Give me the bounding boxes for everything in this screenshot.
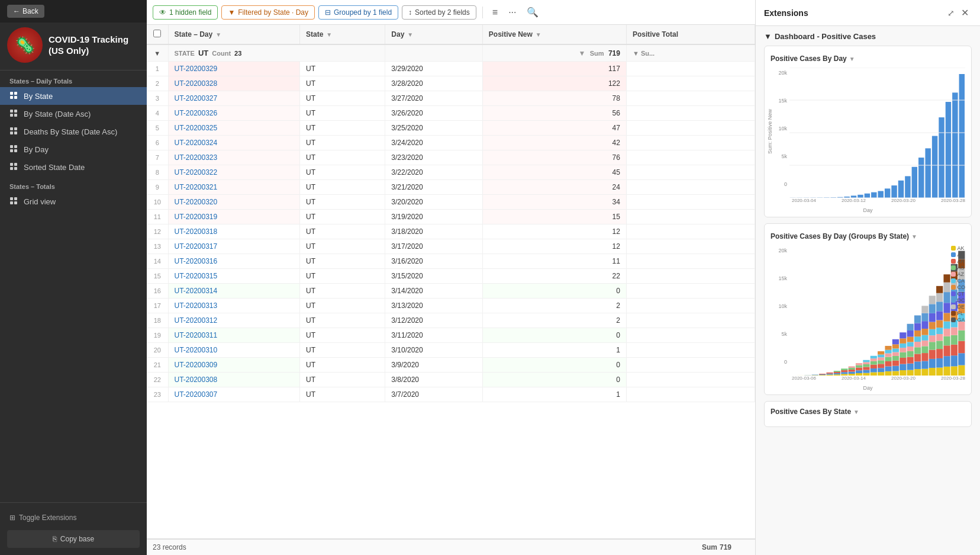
app-title: COVID-19 Tracking (US Only) <box>49 34 140 57</box>
group-toggle-cell[interactable]: ▼ <box>147 44 168 62</box>
dashboard-title[interactable]: ▼ Dashboard - Positive Cases <box>764 32 972 41</box>
table-row: 11 UT-20200319 UT 3/19/2020 15 <box>147 210 755 224</box>
positive-new-cell: 42 <box>482 136 626 150</box>
legend-item-co: CO <box>951 284 966 290</box>
chart2-bar <box>936 320 943 328</box>
chart2-bar <box>826 373 833 374</box>
toggle-extensions-icon: ⊞ <box>9 514 15 522</box>
filter-button[interactable]: ▼ Filtered by State · Day <box>221 5 315 20</box>
table-row: 3 UT-20200327 UT 3/27/2020 78 <box>147 91 755 106</box>
positive-total-cell <box>626 121 755 136</box>
expand-button[interactable]: ⤢ <box>947 6 955 20</box>
chart2-bar <box>871 372 877 376</box>
sidebar-item-grid-view[interactable]: Grid view <box>0 193 147 210</box>
legend-label: AK <box>958 245 965 251</box>
chart2-bar <box>878 351 884 355</box>
state-day-cell: UT-20200311 <box>168 328 300 343</box>
sidebar-item-by-day[interactable]: By Day <box>0 140 147 158</box>
chart2-bar <box>921 335 928 341</box>
x2-label-start: 2020-03-06 <box>792 376 816 384</box>
chart2-bar <box>929 313 936 322</box>
chart2-bar <box>856 370 862 373</box>
legend-label: CT <box>958 291 965 297</box>
y-tick-1: 0 <box>771 181 787 187</box>
x2-label-mid2: 2020-03-20 <box>891 376 915 384</box>
positive-total-cell <box>626 299 755 313</box>
x2-label-end: 2020-03-28 <box>941 376 965 384</box>
select-all-checkbox[interactable] <box>153 30 161 37</box>
section-label-daily: States – Daily Totals <box>0 70 147 87</box>
copy-base-button[interactable]: ⎘ Copy base <box>7 530 140 548</box>
back-button[interactable]: ← Back <box>7 5 44 18</box>
day-cell: 3/29/2020 <box>385 62 483 76</box>
hidden-field-label: 1 hidden field <box>169 8 211 17</box>
search-button[interactable]: 🔍 <box>523 4 542 20</box>
col-header-positive-new[interactable]: Positive New ▼ <box>482 25 626 44</box>
positive-new-cell: 24 <box>482 180 626 195</box>
row-checkbox-cell: 5 <box>147 121 168 136</box>
close-extensions-button[interactable]: ✕ <box>958 6 972 20</box>
hidden-field-button[interactable]: 👁 1 hidden field <box>153 5 218 20</box>
row-num: 23 <box>154 391 161 398</box>
more-button[interactable]: ··· <box>505 5 520 20</box>
group-button[interactable]: ⊟ Grouped by 1 field <box>318 5 398 20</box>
chart-by-day-state-title[interactable]: Positive Cases By Day (Groups By State) … <box>771 232 965 240</box>
row-checkbox-cell: 17 <box>147 299 168 313</box>
chart2-bar <box>914 354 921 361</box>
chart-by-day-title[interactable]: Positive Cases By Day ▼ <box>771 54 965 63</box>
sidebar-item-deaths-by-state[interactable]: Deaths By State (Date Asc) <box>0 123 147 140</box>
group-sum-label: Sum <box>590 50 604 57</box>
state-cell: UT <box>300 121 385 136</box>
sidebar-item-by-state-date-asc[interactable]: By State (Date Asc) <box>0 105 147 123</box>
col-header-state[interactable]: State ▼ <box>300 25 385 44</box>
extensions-body[interactable]: ▼ Dashboard - Positive Cases Positive Ca… <box>756 26 980 555</box>
col-header-day[interactable]: Day ▼ <box>385 25 483 44</box>
chart-by-state-title[interactable]: Positive Cases By State ▼ <box>771 408 965 416</box>
row-checkbox-cell: 16 <box>147 284 168 299</box>
chart2-bar <box>871 368 877 372</box>
legend-item-ga: GA <box>951 317 966 323</box>
sidebar-item-by-state[interactable]: By State <box>0 87 147 105</box>
positive-new-cell: 11 <box>482 254 626 269</box>
legend-item-az: AZ <box>951 271 966 277</box>
positive-new-cell: 2 <box>482 313 626 328</box>
chart2-bar <box>958 341 965 354</box>
row-num: 1 <box>156 65 159 72</box>
positive-total-cell <box>626 106 755 121</box>
state-day-cell: UT-20200308 <box>168 373 300 387</box>
positive-total-cell <box>626 91 755 106</box>
chart2-bar <box>914 347 921 354</box>
state-cell: UT <box>300 91 385 106</box>
sidebar-item-sorted-state-date[interactable]: Sorted State Date <box>0 158 147 176</box>
state-col-label: State <box>306 30 323 39</box>
chart2-bar <box>863 373 869 376</box>
row-num: 4 <box>156 110 159 117</box>
table-row: 19 UT-20200311 UT 3/11/2020 0 <box>147 328 755 343</box>
svg-rect-18 <box>10 167 13 170</box>
chart2-bar <box>921 313 928 322</box>
state-cell: UT <box>300 150 385 165</box>
rows-button[interactable]: ≡ <box>489 5 501 20</box>
state-day-cell: UT-20200318 <box>168 224 300 239</box>
state-day-cell: UT-20200324 <box>168 136 300 150</box>
table-row: 12 UT-20200318 UT 3/18/2020 12 <box>147 224 755 239</box>
state-day-cell: UT-20200322 <box>168 165 300 180</box>
sum-arrow-icon: ▼ <box>578 49 585 57</box>
chart2-bar <box>892 371 899 376</box>
chart2-bar <box>863 367 869 370</box>
chart2-bar <box>849 374 855 376</box>
chart-by-state-title-text: Positive Cases By State <box>771 408 851 416</box>
sort-button[interactable]: ↕ Sorted by 2 fields <box>402 5 476 20</box>
col-header-positive-total[interactable]: Positive Total <box>626 25 755 44</box>
chart1-bar <box>891 185 897 198</box>
svg-rect-6 <box>10 114 13 117</box>
toggle-extensions-button[interactable]: ⊞ Toggle Extensions <box>7 510 140 525</box>
row-num: 3 <box>156 95 159 102</box>
positive-new-cell: 15 <box>482 210 626 224</box>
day-cell: 3/23/2020 <box>385 150 483 165</box>
table-container[interactable]: State – Day ▼ State ▼ Day ▼ <box>147 25 755 538</box>
checkbox-header[interactable] <box>147 25 168 44</box>
legend-item-al: AL <box>951 252 966 258</box>
col-header-state-day[interactable]: State – Day ▼ <box>168 25 300 44</box>
group-value-cell: STATE UT Count 23 <box>168 44 385 62</box>
